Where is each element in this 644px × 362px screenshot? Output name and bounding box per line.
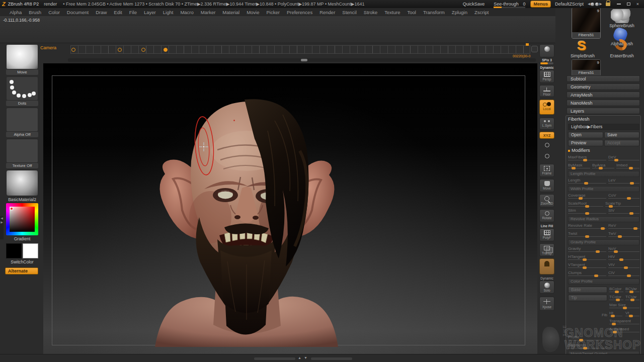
- floor-button[interactable]: Floor: [539, 85, 554, 97]
- menu-item[interactable]: Texture: [381, 10, 404, 15]
- length-slider[interactable]: Length: [568, 178, 606, 185]
- ht-slider[interactable]: Ht: [609, 311, 622, 317]
- spherebrush-label[interactable]: SphereBrush: [603, 23, 641, 28]
- tray-open-up-icon[interactable]: ▲: [298, 356, 301, 359]
- sculpt-canvas[interactable]: [43, 63, 537, 354]
- menu-item[interactable]: Layer: [140, 10, 159, 15]
- secondary-color-swatch[interactable]: [23, 243, 38, 258]
- rotate-z-icon[interactable]: [539, 152, 554, 162]
- menu-item[interactable]: Zplugin: [448, 10, 471, 15]
- menu-item[interactable]: Preferences: [283, 10, 316, 15]
- color-picker[interactable]: [6, 203, 38, 235]
- see-through-slider[interactable]: See-through 0: [494, 2, 525, 7]
- line-fill-label[interactable]: Line Fill: [537, 224, 556, 228]
- section-arraymesh[interactable]: ArrayMesh: [567, 92, 640, 98]
- modifiers-header[interactable]: Modifiers: [568, 148, 590, 153]
- section-nanomesh[interactable]: NanoMesh: [567, 100, 640, 106]
- width-profile-bar[interactable]: Width Profile: [568, 186, 639, 192]
- timeline-keyframe[interactable]: [71, 48, 75, 52]
- default-zscript-button[interactable]: DefaultZScript: [555, 2, 584, 7]
- menu-item[interactable]: Brush: [25, 10, 45, 15]
- bcvar-slider[interactable]: BCVar: [625, 287, 639, 293]
- switchcolor-label[interactable]: SwitchColor: [4, 259, 40, 264]
- bottom-divider-bar[interactable]: [311, 357, 352, 360]
- simplebrush-icon[interactable]: S: [578, 38, 586, 54]
- menu-item[interactable]: Marker: [197, 10, 219, 15]
- section-subtool[interactable]: Subtool: [567, 75, 640, 82]
- timeline-keyframe[interactable]: [118, 48, 122, 52]
- dynamic-persp-label[interactable]: Dynamic: [537, 66, 556, 69]
- texture-slot[interactable]: [6, 139, 38, 163]
- palette-sphere-icon[interactable]: [591, 3, 594, 6]
- minimize-icon[interactable]: [617, 4, 621, 5]
- bcolor-slider[interactable]: BColor: [609, 287, 623, 293]
- tip-color-button[interactable]: Tip: [568, 295, 607, 301]
- material-thumbnail[interactable]: [6, 170, 38, 196]
- menu-item[interactable]: Edit: [110, 10, 125, 15]
- spix-slider[interactable]: [540, 62, 553, 64]
- local-button[interactable]: Local: [539, 100, 554, 115]
- alternate-button[interactable]: Alternate: [5, 267, 38, 275]
- section-layers[interactable]: Layers: [567, 108, 640, 114]
- bpr-render-button[interactable]: [539, 44, 554, 57]
- persp-button[interactable]: Persp: [539, 70, 554, 83]
- htv-slider[interactable]: HtV: [608, 254, 639, 261]
- move-canvas-button[interactable]: Move: [539, 179, 554, 192]
- quicksave-button[interactable]: QuickSave: [463, 2, 485, 7]
- restore-icon[interactable]: [627, 3, 630, 6]
- see-through-track[interactable]: [494, 7, 525, 8]
- menu-item[interactable]: File: [126, 10, 140, 15]
- polyframe-button[interactable]: PolyF: [539, 228, 554, 241]
- lev-slider[interactable]: LeV: [608, 178, 639, 185]
- menu-item[interactable]: Transform: [420, 10, 448, 15]
- menu-item[interactable]: Macro: [177, 10, 197, 15]
- twist-slider[interactable]: Twist: [568, 231, 606, 238]
- timeline-ruler[interactable]: [70, 45, 530, 54]
- rotate-y-icon[interactable]: [539, 141, 554, 151]
- tcvar-slider[interactable]: TCVar: [625, 295, 639, 301]
- rev-slider[interactable]: ReV: [608, 223, 639, 230]
- base-color-button[interactable]: Base: [568, 287, 607, 293]
- menu-item[interactable]: Movie: [243, 10, 263, 15]
- open-button[interactable]: Open: [568, 132, 603, 138]
- revolve-rate-slider[interactable]: Revolve Rate: [568, 223, 606, 230]
- menu-item[interactable]: Stroke: [360, 10, 381, 15]
- fibermesh-title[interactable]: FiberMesh: [568, 117, 590, 122]
- menu-item[interactable]: Document: [63, 10, 92, 15]
- antialiased-slider[interactable]: Antialiased: [609, 327, 639, 333]
- xyz-button[interactable]: XYZ: [539, 132, 554, 139]
- frame-button[interactable]: Frame: [539, 164, 554, 177]
- brush-thumbnail-move[interactable]: [6, 44, 38, 69]
- timeline-keyframe[interactable]: [141, 48, 145, 52]
- menu-item[interactable]: Stencil: [339, 10, 360, 15]
- menu-item[interactable]: Alpha: [6, 10, 25, 15]
- coverage-slider[interactable]: Coverage: [568, 193, 606, 200]
- vtv-slider[interactable]: VtV: [608, 262, 639, 269]
- color-profile-bar[interactable]: Color Profile: [568, 279, 639, 285]
- scroll-right-icon[interactable]: ▶: [599, 2, 602, 6]
- profile-slider[interactable]: Profile: [568, 335, 607, 341]
- revolve-radius-bar[interactable]: Revolve Radius: [568, 216, 639, 222]
- length-profile-bar[interactable]: Length Profile: [568, 171, 639, 177]
- transparent-slider[interactable]: Transparent: [609, 319, 639, 325]
- brush-slot-fibers51[interactable]: 9 Fibers51: [572, 8, 601, 39]
- menu-item[interactable]: Color: [45, 10, 63, 15]
- section-geometry[interactable]: Geometry: [567, 83, 640, 90]
- tcolor-slider[interactable]: TColor: [609, 295, 623, 301]
- alpha-slot[interactable]: [6, 108, 38, 132]
- preview-button[interactable]: Preview: [568, 140, 603, 146]
- brush-slot-fibers51-2[interactable]: 9 Fibers51: [572, 59, 601, 76]
- clv-slider[interactable]: ClV: [608, 270, 639, 277]
- clumps-slider[interactable]: Clumps: [568, 270, 606, 277]
- scaletip-slider[interactable]: ScaleTip: [605, 201, 639, 208]
- transp-button[interactable]: Transp: [539, 243, 554, 256]
- left-tray-divider[interactable]: ◀▶: [0, 216, 4, 239]
- local-symmetry-button[interactable]: L.Sym: [539, 118, 554, 130]
- vtangent-slider[interactable]: VTangent: [568, 262, 606, 269]
- menu-item[interactable]: Render: [316, 10, 339, 15]
- dev-slider[interactable]: DeV: [608, 155, 639, 161]
- byarea-slider[interactable]: ByArea: [592, 163, 614, 169]
- spix-label[interactable]: SPix 3: [537, 58, 556, 62]
- segments-slider[interactable]: Segments: [568, 343, 607, 349]
- main-color-swatch[interactable]: [6, 243, 22, 258]
